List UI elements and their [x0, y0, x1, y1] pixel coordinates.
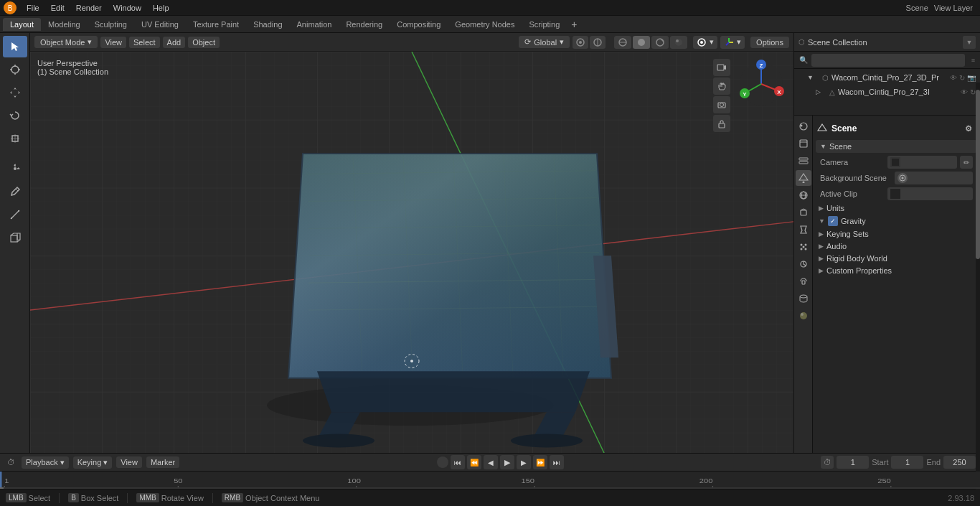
audio-section-header[interactable]: ▶ Audio [816, 240, 977, 252]
cam-icon-0[interactable]: 📷 [967, 74, 976, 82]
next-keyframe-button[interactable]: ⏩ [533, 455, 547, 469]
sel-icon-0[interactable]: ↻ [959, 74, 965, 82]
transform-orientation-button[interactable]: ⟳ Global ▾ [519, 36, 570, 48]
vis-icon-0[interactable]: 👁 [950, 74, 957, 82]
units-section-header[interactable]: ▶ Units [816, 202, 977, 214]
tab-scripting[interactable]: Scripting [522, 18, 567, 31]
menu-render[interactable]: Render [71, 2, 107, 14]
start-frame-input[interactable] [891, 456, 923, 469]
proportional-edit-button[interactable] [590, 36, 606, 49]
jump-end-button[interactable]: ⏭ [550, 455, 564, 469]
gizmo-toggle[interactable]: ▾ [720, 36, 745, 49]
particles-tab[interactable] [796, 239, 811, 255]
timeline-view-menu[interactable]: View [116, 456, 142, 468]
output-props-tab[interactable] [796, 136, 811, 151]
camera-edit-icon[interactable]: ✏ [960, 156, 973, 169]
viewport-add-menu[interactable]: Add [163, 37, 186, 48]
add-workspace-tab[interactable]: + [567, 17, 581, 32]
current-frame-input[interactable] [837, 456, 869, 469]
menu-edit[interactable]: Edit [46, 2, 70, 14]
move-tool[interactable] [3, 82, 27, 103]
viewlayer-props-tab[interactable] [796, 153, 811, 169]
gravity-checkbox[interactable]: ✓ [828, 216, 838, 226]
constraints-tab[interactable] [796, 273, 811, 289]
step-forward-button[interactable]: ▶ [517, 455, 531, 469]
modifier-props-tab[interactable] [796, 222, 811, 238]
tab-sculpting[interactable]: Sculpting [88, 18, 134, 31]
physics-tab[interactable] [796, 256, 811, 272]
outliner-view-toggle[interactable]: ≡ [969, 56, 977, 65]
rendered-shading[interactable] [670, 36, 687, 49]
data-tab[interactable] [796, 291, 811, 306]
tab-compositing[interactable]: Compositing [390, 18, 448, 31]
render-props-tab[interactable] [796, 118, 811, 134]
viewport-select-menu[interactable]: Select [129, 37, 160, 48]
menu-file[interactable]: File [22, 2, 44, 14]
active-clip-value[interactable] [887, 187, 973, 200]
world-props-tab[interactable] [796, 187, 811, 203]
menu-help[interactable]: Help [148, 2, 174, 14]
viewport-view-menu[interactable]: View [100, 37, 126, 48]
end-frame-input[interactable] [943, 456, 976, 469]
timeline-ruler[interactable]: 1 50 100 150 200 250 [0, 472, 980, 489]
frame-time-toggle[interactable]: ⏱ [821, 456, 834, 469]
background-scene-value[interactable] [895, 172, 973, 184]
tab-animation[interactable]: Animation [290, 18, 339, 31]
vis-icon-1[interactable]: 👁 [961, 88, 968, 96]
sel-icon-1[interactable]: ↻ [970, 88, 976, 96]
record-button[interactable] [437, 456, 448, 468]
units-section: ▶ Units [816, 202, 977, 214]
jump-start-button[interactable]: ⏮ [451, 455, 465, 469]
overlay-toggle[interactable]: ▾ [693, 36, 717, 49]
tab-rendering[interactable]: Rendering [339, 18, 390, 31]
playback-menu-button[interactable]: Playback ▾ [22, 456, 69, 469]
scene-props-tab[interactable] [796, 170, 811, 186]
play-button[interactable]: ▶ [500, 455, 514, 469]
scene-settings-button[interactable]: ⚙ [961, 121, 976, 136]
tab-layout[interactable]: Layout [3, 18, 41, 31]
props-scrollbar-thumb[interactable] [976, 116, 980, 259]
tab-shading[interactable]: Shading [246, 18, 289, 31]
outliner-search-icon[interactable]: 🔍 [797, 54, 810, 67]
tab-texture-paint[interactable]: Texture Paint [186, 18, 246, 31]
snap-button[interactable] [573, 36, 588, 49]
viewport-object-menu[interactable]: Object [188, 37, 220, 48]
measure-tool[interactable] [3, 204, 27, 225]
outliner-item-0[interactable]: ▼ ⬡ Wacom_Cintiq_Pro_27_3D_Pr 👁 ↻ 📷 [794, 70, 980, 85]
cursor-tool[interactable] [3, 59, 27, 80]
tab-geometry-nodes[interactable]: Geometry Nodes [448, 18, 522, 31]
tab-modeling[interactable]: Modeling [41, 18, 88, 31]
svg-text:150: 150 [521, 477, 534, 484]
object-mode-button[interactable]: Object Mode ▾ [34, 36, 98, 48]
step-back-button[interactable]: ◀ [484, 455, 498, 469]
material-tab[interactable] [796, 308, 811, 324]
marker-menu-button[interactable]: Marker [146, 456, 179, 468]
annotate-tool[interactable] [3, 181, 27, 202]
menu-window[interactable]: Window [108, 2, 146, 14]
solid-shading[interactable] [633, 36, 650, 49]
transform-tool[interactable] [3, 158, 27, 179]
prev-keyframe-button[interactable]: ⏪ [467, 455, 481, 469]
svg-point-56 [303, 434, 374, 447]
wireframe-shading[interactable] [614, 36, 631, 49]
viewport-canvas[interactable]: User Perspective (1) Scene Collection Z [30, 52, 793, 453]
gravity-section-header[interactable]: ▼ ✓ Gravity [816, 215, 977, 228]
add-cube-tool[interactable] [3, 227, 27, 248]
object-props-tab[interactable] [796, 205, 811, 220]
scene-section-header[interactable]: ▼ Scene [816, 140, 977, 153]
rigid-body-header[interactable]: ▶ Rigid Body World [816, 253, 977, 264]
scale-tool[interactable] [3, 128, 27, 149]
keying-menu-button[interactable]: Keying ▾ [73, 456, 113, 469]
keying-sets-header[interactable]: ▶ Keying Sets [816, 228, 977, 240]
timeline-type-icon[interactable]: ⏱ [4, 456, 17, 469]
viewport-options-button[interactable]: Options [750, 37, 789, 48]
camera-value-field[interactable] [887, 156, 957, 169]
material-shading[interactable] [651, 36, 669, 49]
select-tool[interactable] [3, 36, 27, 57]
outliner-filter-button[interactable]: ▼ [963, 36, 976, 49]
tab-uv-editing[interactable]: UV Editing [134, 18, 186, 31]
outliner-search-input[interactable] [811, 54, 965, 67]
custom-props-header[interactable]: ▶ Custom Properties [816, 265, 977, 276]
rotate-tool[interactable] [3, 105, 27, 126]
outliner-item-1[interactable]: ▷ △ Wacom_Cintiq_Pro_27_3I 👁 ↻ [794, 85, 980, 99]
